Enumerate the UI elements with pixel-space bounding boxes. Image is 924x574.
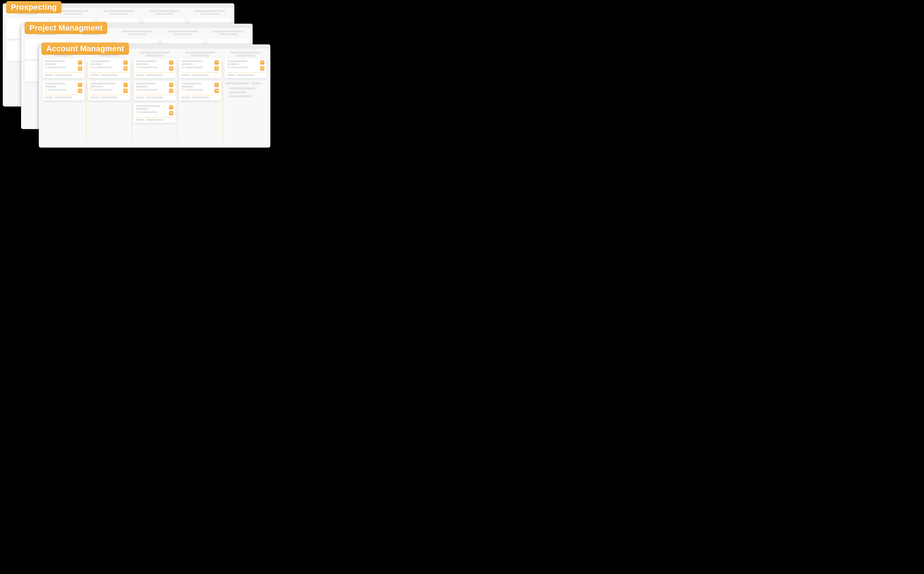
assignee-avatar[interactable]: AP <box>78 66 82 71</box>
card-date-placeholder <box>48 66 66 68</box>
board-badge-account-management: Account Managment <box>41 43 129 55</box>
flag-icon[interactable] <box>260 60 264 65</box>
kanban-column[interactable]: EW TD <box>86 50 132 144</box>
card-title-placeholder <box>45 60 65 62</box>
kanban-card[interactable]: TD <box>42 81 85 101</box>
assignee-avatar[interactable]: EW <box>169 111 173 115</box>
kanban-card[interactable]: EW <box>88 58 130 78</box>
board-window-account-management[interactable]: AP TD <box>39 44 270 148</box>
clock-icon <box>181 88 184 91</box>
kanban-card[interactable]: AP <box>134 81 176 101</box>
clock-icon <box>90 66 93 69</box>
kanban-card[interactable]: TD <box>225 58 267 78</box>
flag-icon[interactable] <box>169 83 173 87</box>
kanban-card[interactable]: TD <box>88 81 130 101</box>
kanban-column[interactable]: AP TD <box>41 50 86 144</box>
flag-icon[interactable] <box>214 83 219 87</box>
flag-icon[interactable] <box>123 83 128 87</box>
flag-icon[interactable] <box>78 60 82 65</box>
assignee-avatar[interactable]: EW <box>123 66 128 71</box>
assignee-avatar[interactable]: AP <box>214 88 219 93</box>
clock-icon <box>45 88 47 91</box>
clock-icon <box>90 88 93 91</box>
assignee-avatar[interactable]: TD <box>123 88 128 93</box>
kanban-card[interactable]: TD <box>179 58 221 78</box>
kanban-column[interactable]: TD AP <box>132 50 178 144</box>
board-badge-prospecting: Prospecting <box>6 1 61 13</box>
column-header <box>134 51 176 57</box>
kanban-columns: AP TD <box>39 49 270 148</box>
flag-icon[interactable] <box>214 60 219 65</box>
assignee-avatar[interactable]: TD <box>169 66 173 71</box>
kanban-card[interactable]: AP <box>42 58 85 78</box>
assignee-avatar[interactable]: AP <box>169 88 173 93</box>
flag-icon[interactable] <box>169 60 173 65</box>
kanban-card[interactable]: AP <box>179 81 221 101</box>
kanban-card[interactable]: EW <box>134 103 176 123</box>
board-badge-project-management: Project Managment <box>25 22 107 34</box>
clock-icon <box>45 66 47 69</box>
flag-icon[interactable] <box>123 60 128 65</box>
assignee-avatar[interactable]: TD <box>78 88 82 93</box>
card-subtitle-placeholder <box>45 63 57 65</box>
column-header <box>179 51 221 57</box>
assignee-avatar[interactable]: TD <box>260 66 264 71</box>
clock-icon <box>136 66 138 69</box>
clock-icon <box>136 88 138 91</box>
flag-icon[interactable] <box>169 105 173 109</box>
clock-icon <box>136 111 138 114</box>
add-card-placeholder[interactable] <box>225 81 267 99</box>
flag-icon[interactable] <box>78 83 82 87</box>
column-header <box>225 51 267 57</box>
kanban-card[interactable]: TD <box>134 58 176 78</box>
assignee-avatar[interactable]: TD <box>214 66 219 71</box>
clock-icon <box>227 66 229 69</box>
kanban-column[interactable]: TD AP <box>178 50 223 144</box>
clock-icon <box>181 66 184 69</box>
kanban-column[interactable]: TD <box>223 50 269 144</box>
